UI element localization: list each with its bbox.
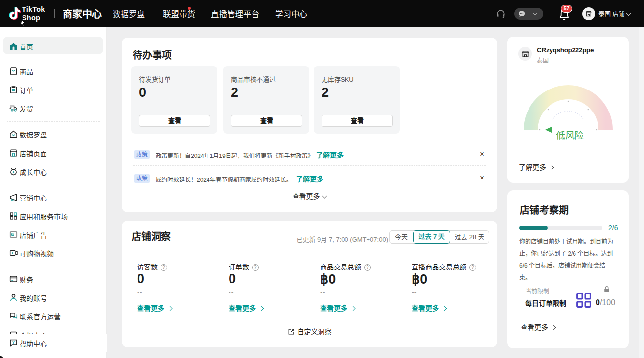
svg-text:?: ? [12,340,15,345]
svg-text:AD: AD [12,233,15,236]
